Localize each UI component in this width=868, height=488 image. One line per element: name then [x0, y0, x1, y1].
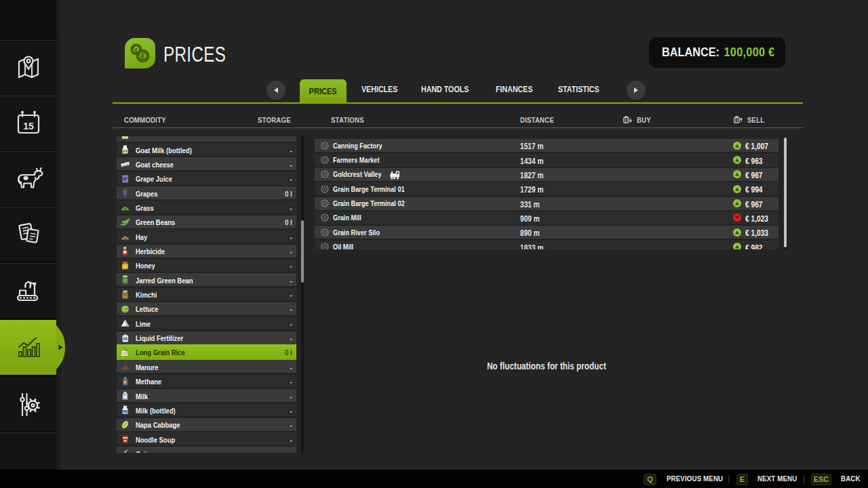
- svg-text:€: €: [141, 53, 145, 60]
- svg-text:€: €: [134, 47, 138, 54]
- svg-text:15: 15: [23, 121, 34, 131]
